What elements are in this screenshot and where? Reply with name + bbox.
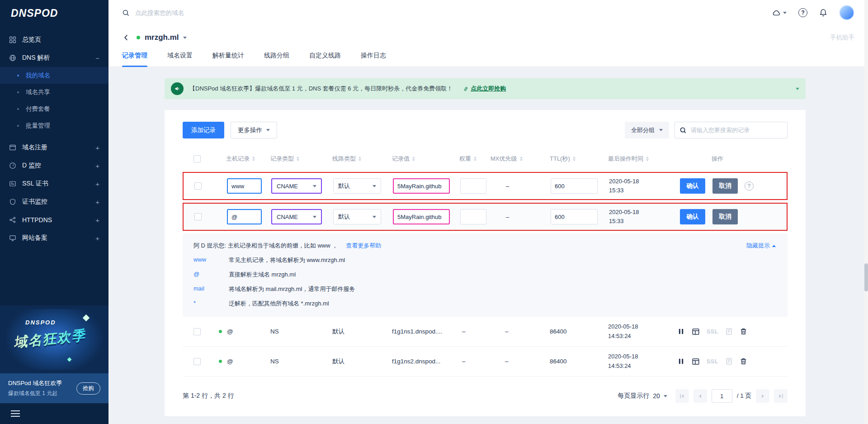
record-plan-icon[interactable] (692, 328, 700, 336)
confirm-button[interactable]: 确认 (680, 178, 705, 194)
record-plan-icon[interactable] (692, 357, 700, 366)
record-value-input[interactable] (393, 209, 450, 224)
next-page-button[interactable] (756, 389, 769, 403)
sort-icon[interactable] (573, 157, 576, 161)
report-icon[interactable] (725, 357, 733, 365)
dnspod-logo[interactable]: DNSPOD (0, 0, 108, 26)
tip-term-link[interactable]: mail (193, 285, 229, 293)
banner-expand-icon[interactable] (796, 88, 799, 90)
scrollbar-thumb[interactable] (864, 263, 868, 291)
expand-icon[interactable] (95, 181, 99, 187)
tip-term-link[interactable]: * (193, 300, 229, 308)
back-icon[interactable] (122, 33, 130, 42)
ssl-action[interactable]: SSL (707, 329, 718, 335)
row-checkbox[interactable] (193, 358, 201, 365)
banner-promo-link[interactable]: 点此立即抢购 (463, 85, 506, 93)
scrollbar-track[interactable] (864, 0, 868, 424)
cancel-button[interactable]: 取消 (712, 209, 738, 224)
bell-icon[interactable] (819, 9, 827, 17)
sidebar-item-my-domains[interactable]: 我的域名 (0, 67, 108, 84)
sidebar-item-website-record[interactable]: 网站备案 (0, 229, 108, 247)
expand-icon[interactable] (95, 144, 99, 151)
sidebar-item-batch-manage[interactable]: 批量管理 (0, 117, 108, 134)
record-type-select[interactable]: CNAME (271, 209, 322, 224)
sort-icon[interactable] (520, 157, 523, 161)
more-help-link[interactable]: 查看更多帮助 (346, 242, 381, 250)
sort-icon[interactable] (646, 157, 649, 161)
expand-icon[interactable] (95, 235, 99, 242)
promo-banner[interactable]: DNSPOD 域名狂欢季 (0, 305, 108, 373)
ssl-action[interactable]: SSL (707, 358, 718, 365)
menu-icon[interactable] (11, 410, 20, 417)
select-all-checkbox[interactable] (193, 155, 201, 162)
weight-input[interactable] (460, 209, 486, 224)
cancel-button[interactable]: 取消 (712, 178, 738, 194)
sidebar-item-d-monitor[interactable]: D 监控 (0, 157, 108, 175)
tip-term-link[interactable]: @ (193, 271, 229, 279)
record-type-value: NS (270, 358, 279, 365)
row-checkbox[interactable] (194, 182, 202, 190)
record-value-input[interactable] (393, 178, 450, 194)
line-type-select[interactable]: 默认 (333, 178, 381, 194)
tab-domain-settings[interactable]: 域名设置 (167, 50, 193, 67)
console-menu[interactable] (772, 9, 787, 17)
page-number-input[interactable] (712, 389, 732, 403)
pause-icon[interactable] (677, 328, 685, 335)
collapse-icon[interactable] (95, 55, 99, 62)
sidebar-item-paid-plan[interactable]: 付费套餐 (0, 100, 108, 117)
add-record-button[interactable]: 添加记录 (183, 122, 224, 138)
report-icon[interactable] (725, 328, 733, 335)
sidebar-item-cert-monitor[interactable]: 证书监控 (0, 193, 108, 211)
tip-term-link[interactable]: www (193, 256, 229, 264)
sidebar-item-domain-sharing[interactable]: 域名共享 (0, 84, 108, 100)
confirm-button[interactable]: 确认 (680, 209, 705, 224)
sort-icon[interactable] (474, 157, 476, 161)
global-search-input[interactable] (135, 10, 772, 16)
weight-input[interactable] (460, 178, 486, 194)
host-record-input[interactable] (227, 178, 262, 194)
delete-icon[interactable] (740, 328, 747, 335)
pause-icon[interactable] (677, 357, 685, 365)
row-checkbox[interactable] (193, 328, 201, 335)
group-filter-select[interactable]: 全部分组 (625, 122, 669, 138)
sort-icon[interactable] (359, 157, 361, 161)
record-search-input[interactable] (691, 127, 783, 133)
tab-line-groups[interactable]: 线路分组 (264, 50, 289, 67)
record-type-select[interactable]: CNAME (271, 178, 322, 194)
row-checkbox[interactable] (194, 213, 202, 220)
tab-record-manage[interactable]: 记录管理 (122, 50, 147, 67)
hide-tips-link[interactable]: 隐藏提示 (746, 242, 776, 250)
host-record-input[interactable] (227, 209, 262, 224)
chevron-down-icon[interactable] (183, 37, 187, 39)
sort-icon[interactable] (412, 157, 415, 161)
expand-icon[interactable] (95, 162, 99, 169)
expand-icon[interactable] (95, 199, 99, 205)
sidebar-item-ssl-cert[interactable]: SSL 证书 (0, 175, 108, 193)
page-size-select[interactable]: 每页显示行 20 (618, 392, 667, 400)
sidebar-item-domain-register[interactable]: 域名注册 (0, 138, 108, 157)
first-page-button[interactable] (675, 389, 689, 403)
grab-deal-button[interactable]: 抢购 (76, 382, 100, 395)
mobile-assistant-link[interactable]: 手机助手 (830, 33, 854, 42)
tab-resolution-stats[interactable]: 解析量统计 (212, 50, 244, 67)
domain-name[interactable]: mrzgh.ml (145, 33, 179, 42)
line-type-select[interactable]: 默认 (333, 209, 381, 224)
last-page-button[interactable] (774, 389, 788, 403)
sidebar-item-dns[interactable]: DNS 解析 (0, 49, 108, 67)
ttl-input[interactable] (551, 209, 598, 224)
help-icon[interactable] (798, 8, 807, 17)
tab-custom-lines[interactable]: 自定义线路 (309, 50, 341, 67)
sidebar-item-httpdns[interactable]: HTTPDNS (0, 211, 108, 229)
more-actions-button[interactable]: 更多操作 (231, 122, 277, 138)
prev-page-button[interactable] (693, 389, 707, 403)
sort-icon[interactable] (252, 157, 255, 161)
sidebar-item-overview[interactable]: 总览页 (0, 31, 108, 49)
ttl-input[interactable] (551, 178, 598, 194)
expand-icon[interactable] (95, 217, 99, 224)
tab-operation-log[interactable]: 操作日志 (361, 50, 386, 67)
delete-icon[interactable] (740, 357, 747, 365)
banner-text: 【DNSPod 域名狂欢季】爆款域名低至 1 元，DNS 套餐仅需 6 元，每日… (189, 85, 453, 93)
sort-icon[interactable] (297, 157, 299, 161)
avatar[interactable] (839, 5, 854, 20)
help-circle-icon[interactable] (745, 181, 754, 191)
